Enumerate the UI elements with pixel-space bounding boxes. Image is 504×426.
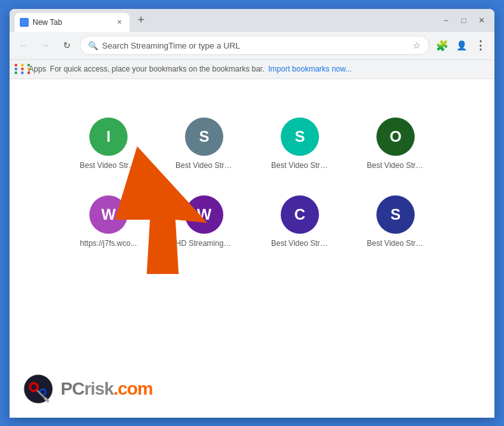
shortcut-item[interactable]: CBest Video Stre...: [271, 195, 329, 248]
apps-dot: [15, 72, 17, 74]
pcrisk-emblem-icon: [22, 373, 54, 405]
shortcut-icon: C: [281, 195, 319, 234]
shortcut-label: https://j7fs.wco...: [80, 239, 137, 248]
shortcut-label: Best Video Stre...: [367, 239, 424, 248]
pcrisk-com: .com: [114, 379, 152, 399]
apps-dot: [21, 72, 24, 74]
bookmarks-message: For quick access, place your bookmarks o…: [50, 65, 264, 73]
pcrisk-pc: PC: [61, 379, 84, 399]
navigation-bar: ← → ↻ 🔍 Search StreamingTime or type a U…: [10, 32, 494, 60]
extension-icon[interactable]: 🧩: [433, 36, 451, 54]
close-button[interactable]: ✕: [474, 13, 489, 28]
minimize-button[interactable]: −: [438, 13, 454, 28]
shortcut-icon: S: [281, 118, 319, 156]
shortcuts-row: Whttps://j7fs.wco...WHD Streaming -...CB…: [80, 195, 424, 248]
content-area: IBest Video Stre...SBest Video Stre...SB…: [10, 79, 494, 418]
apps-dot: [15, 68, 17, 70]
search-icon: 🔍: [88, 41, 98, 50]
shortcut-item[interactable]: Whttps://j7fs.wco...: [80, 195, 137, 248]
bookmark-star-icon[interactable]: ☆: [413, 40, 421, 50]
tab-area: New Tab ✕ +: [15, 9, 438, 32]
apps-grid-icon[interactable]: [15, 64, 25, 74]
tab-title: New Tab: [33, 18, 110, 27]
tab-favicon: [20, 18, 29, 27]
shortcut-item[interactable]: SBest Video Stre...: [175, 118, 233, 170]
pcrisk-text: PCrisk.com: [61, 379, 152, 399]
shortcut-item[interactable]: SBest Video Stre...: [367, 195, 424, 248]
address-text: Search StreamingTime or type a URL: [102, 41, 409, 50]
svg-line-8: [45, 399, 48, 401]
toolbar-right-icons: 🧩 👤 ⋮: [433, 36, 489, 54]
reload-button[interactable]: ↻: [58, 36, 76, 54]
import-bookmarks-link[interactable]: Import bookmarks now...: [269, 65, 352, 73]
bookmarks-bar: Apps For quick access, place your bookma…: [10, 60, 494, 79]
back-button[interactable]: ←: [15, 36, 33, 54]
shortcuts-container: IBest Video Stre...SBest Video Stre...SB…: [80, 118, 424, 248]
shortcuts-row: IBest Video Stre...SBest Video Stre...SB…: [80, 118, 424, 170]
apps-dot: [21, 68, 24, 70]
tab-close-button[interactable]: ✕: [114, 17, 124, 27]
apps-dot: [15, 64, 17, 66]
svg-point-4: [31, 384, 36, 390]
shortcut-label: Best Video Stre...: [367, 161, 424, 170]
apps-dot: [21, 64, 24, 66]
shortcut-item[interactable]: WHD Streaming -...: [175, 195, 233, 248]
new-tab-button[interactable]: +: [132, 11, 150, 29]
shortcut-label: Best Video Stre...: [271, 161, 329, 170]
shortcut-icon: O: [376, 118, 415, 156]
forward-button[interactable]: →: [36, 36, 54, 54]
shortcut-item[interactable]: OBest Video Stre...: [367, 118, 424, 170]
shortcut-icon: W: [185, 195, 223, 234]
shortcut-label: Best Video Stre...: [80, 161, 137, 170]
shortcut-icon: I: [89, 118, 128, 156]
pcrisk-risk: risk: [84, 379, 114, 399]
restore-button[interactable]: □: [456, 13, 471, 28]
shortcut-icon: S: [185, 118, 223, 156]
shortcut-item[interactable]: IBest Video Stre...: [80, 118, 137, 170]
shortcut-label: HD Streaming -...: [175, 239, 233, 248]
title-bar: New Tab ✕ + − □ ✕: [10, 9, 494, 32]
shortcut-icon: S: [376, 195, 415, 234]
window-controls: − □ ✕: [438, 13, 489, 28]
browser-window: New Tab ✕ + − □ ✕ ← → ↻ 🔍 Search Streami…: [10, 9, 494, 418]
shortcut-item[interactable]: SBest Video Stre...: [271, 118, 329, 170]
address-bar[interactable]: 🔍 Search StreamingTime or type a URL ☆: [80, 36, 429, 55]
profile-button[interactable]: 👤: [452, 36, 470, 54]
shortcut-icon: W: [89, 195, 128, 234]
active-tab[interactable]: New Tab ✕: [15, 13, 130, 32]
menu-button[interactable]: ⋮: [471, 36, 489, 54]
apps-label[interactable]: Apps: [29, 65, 46, 73]
pcrisk-logo: PCrisk.com: [22, 373, 152, 405]
shortcut-label: Best Video Stre...: [271, 239, 329, 248]
shortcut-label: Best Video Stre...: [175, 161, 233, 170]
